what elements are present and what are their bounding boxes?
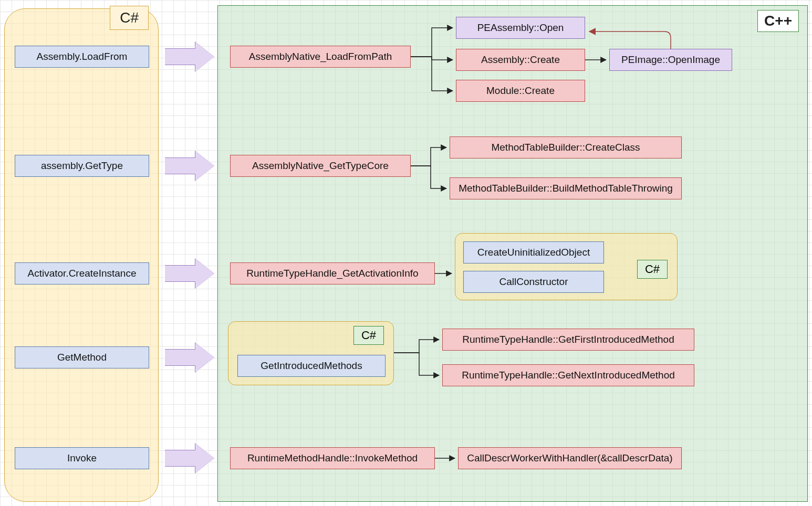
node-assembly-loadfrom: Assembly.LoadFrom (15, 46, 149, 68)
node-mtb-buildmethodtable: MethodTableBuilder::BuildMethodTableThro… (450, 177, 682, 199)
arrow-gettype (165, 151, 215, 181)
arrow-createinstance (165, 259, 215, 288)
node-peimage-openimage: PEImage::OpenImage (609, 49, 732, 71)
node-getfirst: RuntimeTypeHandle::GetFirstIntroducedMet… (442, 329, 694, 351)
mini-csharp-label-2: C# (353, 326, 384, 345)
node-call-constructor: CallConstructor (463, 271, 604, 293)
node-peassembly-open: PEAssembly::Open (456, 17, 585, 39)
csharp-container: C# (4, 8, 159, 502)
arrow-getmethod (165, 343, 215, 372)
node-getactivationinfo: RuntimeTypeHandle_GetActivationInfo (230, 262, 435, 284)
node-mtb-createclass: MethodTableBuilder::CreateClass (450, 136, 682, 159)
csharp-label: C# (110, 6, 149, 30)
arrow-invoke (165, 444, 215, 473)
node-assembly-gettype: assembly.GetType (15, 155, 149, 177)
cpp-label: C++ (757, 10, 799, 32)
node-invokemethod: RuntimeMethodHandle::InvokeMethod (230, 447, 435, 469)
node-gettypecore: AssemblyNative_GetTypeCore (230, 155, 411, 177)
node-loadfrompath: AssemblyNative_LoadFromPath (230, 46, 411, 68)
node-getintroducedmethods: GetIntroducedMethods (237, 355, 386, 377)
node-calldescr: CallDescrWorkerWithHandler(&callDescrDat… (458, 447, 682, 469)
node-activator-createinstance: Activator.CreateInstance (15, 262, 149, 284)
node-invoke: Invoke (15, 447, 149, 469)
node-getmethod: GetMethod (15, 346, 149, 368)
node-getnext: RuntimeTypeHandle::GetNextIntroducedMeth… (442, 364, 694, 386)
node-create-uninit: CreateUninitializedObject (463, 241, 604, 263)
arrow-loadfrom (165, 42, 215, 71)
mini-csharp-label-1: C# (637, 260, 668, 279)
node-assembly-create: Assembly::Create (456, 49, 585, 71)
node-module-create: Module::Create (456, 80, 585, 102)
